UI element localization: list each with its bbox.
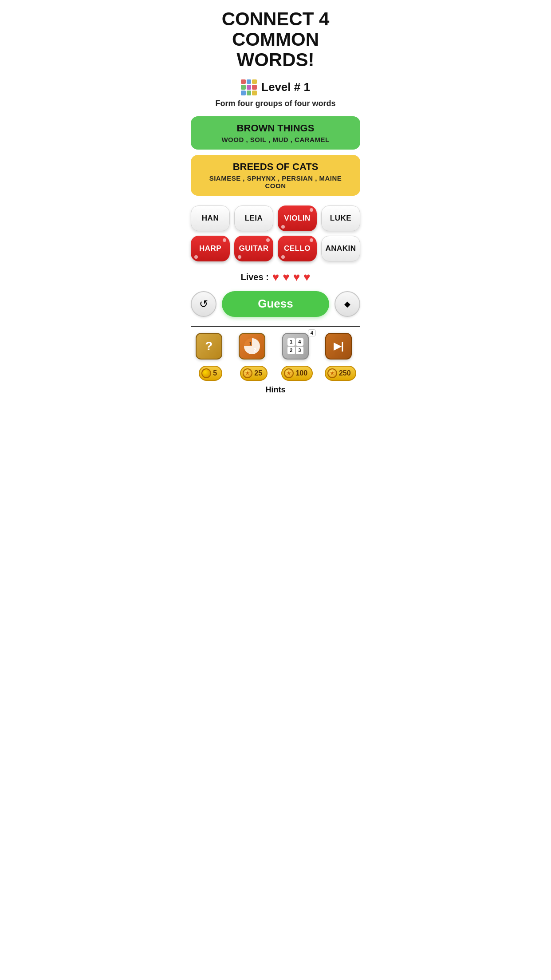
hint-reveal-icon: ? (196, 333, 222, 360)
hint-skip-icon-wrap: ▶| (325, 333, 355, 363)
word-tile-anakin[interactable]: ANAKIN (321, 236, 360, 261)
coin-icon-positions: ★ (284, 368, 294, 378)
coin-amount-reveal: 5 (213, 369, 217, 377)
level-subtitle: Form four groups of four words (216, 99, 336, 108)
hints-label: Hints (191, 385, 360, 395)
coin-icon-reveal (201, 368, 211, 378)
level-icon (241, 79, 257, 95)
heart-4: ♥ (303, 270, 310, 284)
word-grid: HAN LEIA VIOLIN LUKE HARP GUITAR CELLO A… (191, 205, 360, 261)
word-tile-guitar[interactable]: GUITAR (234, 236, 273, 261)
heart-2: ♥ (283, 270, 289, 284)
coin-amount-skip: 250 (339, 369, 351, 377)
word-tile-leia[interactable]: LEIA (234, 205, 273, 231)
hints-row: ? 5 1 2 (191, 333, 360, 381)
svg-text:2: 2 (254, 348, 256, 352)
hint-reveal-icon-wrap: ? (196, 333, 226, 363)
category-words-cats: SIAMESE , SPHYNX , PERSIAN , MAINE COON (200, 174, 351, 190)
lives-label: Lives : (240, 272, 268, 282)
erase-button[interactable]: ◆ (335, 291, 360, 317)
hint-positions-badge: 4 (308, 329, 316, 336)
word-tile-violin[interactable]: VIOLIN (278, 205, 317, 231)
hint-skip[interactable]: ▶| ★ 250 (321, 333, 361, 381)
hint-swap[interactable]: 1 2 ★ 25 (234, 333, 274, 381)
hint-positions-cost: ★ 100 (281, 366, 313, 381)
category-card-cats: BREEDS OF CATS SIAMESE , SPHYNX , PERSIA… (191, 155, 360, 196)
hint-positions[interactable]: 1 4 2 3 4 ★ 100 (277, 333, 317, 381)
coin-amount-positions: 100 (295, 369, 307, 377)
hints-section: ? 5 1 2 (191, 326, 360, 395)
category-title-brown: BROWN THINGS (200, 122, 351, 134)
word-tile-luke[interactable]: LUKE (321, 205, 360, 231)
word-tile-harp[interactable]: HARP (191, 236, 230, 261)
guess-button[interactable]: Guess (222, 291, 329, 317)
hint-skip-icon: ▶| (325, 333, 352, 360)
heart-1: ♥ (272, 270, 279, 284)
category-words-brown: WOOD , SOIL , MUD , CARAMEL (200, 136, 351, 143)
lives-row: Lives : ♥ ♥ ♥ ♥ (240, 270, 310, 284)
hint-reveal-cost: 5 (199, 366, 222, 381)
word-tile-cello[interactable]: CELLO (278, 236, 317, 261)
coin-icon-skip: ★ (327, 368, 337, 378)
hint-swap-icon: 1 2 (239, 333, 265, 360)
heart-3: ♥ (293, 270, 300, 284)
hint-skip-cost: ★ 250 (325, 366, 356, 381)
shuffle-button[interactable]: ↺ (191, 291, 216, 317)
hint-positions-icon-wrap: 1 4 2 3 4 (282, 333, 312, 363)
hint-swap-icon-wrap: 1 2 (239, 333, 269, 363)
hint-reveal[interactable]: ? 5 (191, 333, 231, 381)
word-tile-han[interactable]: HAN (191, 205, 230, 231)
pie-svg: 1 2 (242, 336, 262, 356)
coin-amount-swap: 25 (254, 369, 262, 377)
action-row: ↺ Guess ◆ (191, 291, 360, 317)
svg-text:1: 1 (249, 341, 252, 346)
level-number: Level # 1 (261, 80, 310, 94)
hint-positions-icon: 1 4 2 3 (282, 333, 309, 360)
category-title-cats: BREEDS OF CATS (200, 161, 351, 173)
category-card-brown: BROWN THINGS WOOD , SOIL , MUD , CARAMEL (191, 116, 360, 150)
level-row: Level # 1 (241, 79, 310, 95)
hint-swap-cost: ★ 25 (240, 366, 268, 381)
coin-icon-swap: ★ (243, 368, 252, 378)
app-container: CONNECT 4 COMMON WORDS! Level # 1 Form f… (184, 0, 367, 399)
main-title: CONNECT 4 COMMON WORDS! (191, 9, 360, 71)
